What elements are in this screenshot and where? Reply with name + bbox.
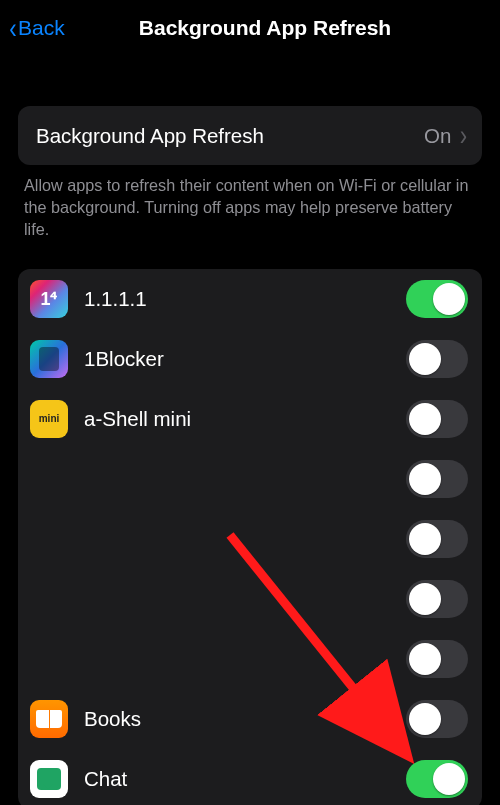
app-toggle[interactable] <box>406 760 468 798</box>
1blocker-app-icon <box>30 340 68 378</box>
books-app-icon <box>30 700 68 738</box>
app-row <box>18 569 482 629</box>
app-row <box>18 449 482 509</box>
app-toggle[interactable] <box>406 700 468 738</box>
page-title: Background App Refresh <box>0 16 500 40</box>
1111-app-icon: 1⁴ <box>30 280 68 318</box>
master-value: On <box>424 124 451 148</box>
master-label: Background App Refresh <box>36 124 264 148</box>
app-row: 1⁴1.1.1.1 <box>18 269 482 329</box>
app-row: minia-Shell mini <box>18 389 482 449</box>
chevron-right-icon: › <box>460 118 467 152</box>
app-name-label: Chat <box>84 767 406 791</box>
app-toggle[interactable] <box>406 640 468 678</box>
app-name-label: 1Blocker <box>84 347 406 371</box>
app-row: 1Blocker <box>18 329 482 389</box>
toggle-knob <box>409 403 441 435</box>
back-button[interactable]: ‹ Back <box>8 13 65 43</box>
master-group: Background App Refresh On › <box>18 106 482 165</box>
section-footer: Allow apps to refresh their content when… <box>18 165 482 241</box>
chat-app-icon <box>30 760 68 798</box>
toggle-knob <box>409 643 441 675</box>
app-row <box>18 629 482 689</box>
app-toggle[interactable] <box>406 460 468 498</box>
navbar: ‹ Back Background App Refresh <box>0 0 500 56</box>
app-row: Books <box>18 689 482 749</box>
app-name-label: a-Shell mini <box>84 407 406 431</box>
app-toggle[interactable] <box>406 340 468 378</box>
app-name-label: 1.1.1.1 <box>84 287 406 311</box>
toggle-knob <box>409 583 441 615</box>
app-toggle[interactable] <box>406 520 468 558</box>
background-app-refresh-master[interactable]: Background App Refresh On › <box>18 106 482 165</box>
app-list: 1⁴1.1.1.11Blockerminia-Shell miniBooksCh… <box>18 269 482 805</box>
toggle-knob <box>409 703 441 735</box>
ashell-app-icon: mini <box>30 400 68 438</box>
app-toggle[interactable] <box>406 280 468 318</box>
app-toggle[interactable] <box>406 400 468 438</box>
chevron-left-icon: ‹ <box>9 13 17 43</box>
app-row <box>18 509 482 569</box>
app-toggle[interactable] <box>406 580 468 618</box>
app-name-label: Books <box>84 707 406 731</box>
toggle-knob <box>409 343 441 375</box>
toggle-knob <box>409 463 441 495</box>
back-label: Back <box>18 16 65 40</box>
toggle-knob <box>433 283 465 315</box>
toggle-knob <box>409 523 441 555</box>
app-row: Chat <box>18 749 482 805</box>
toggle-knob <box>433 763 465 795</box>
